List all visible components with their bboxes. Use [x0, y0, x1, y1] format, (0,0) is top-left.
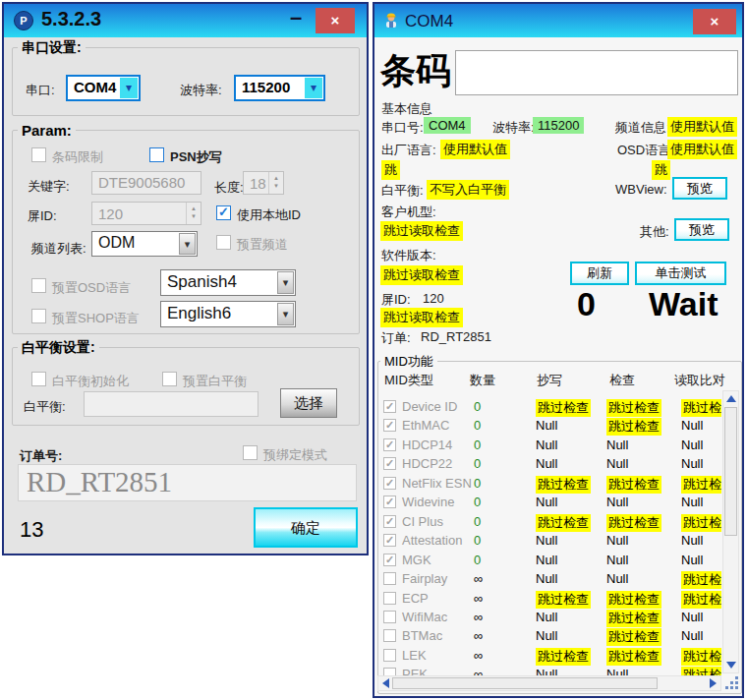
left-titlebar[interactable]: P 5.3.2.3 – × — [4, 4, 367, 37]
mid-row-checkbox[interactable] — [383, 457, 396, 470]
chevron-down-icon[interactable] — [277, 271, 294, 294]
channel-list-select[interactable]: ODM — [91, 231, 198, 257]
wb-label: 白平衡: — [381, 182, 424, 200]
mid-qty-value: 0 — [474, 456, 481, 471]
mid-row-checkbox[interactable] — [383, 419, 396, 432]
scroll-up-icon[interactable] — [726, 395, 736, 402]
spinner-arrows-icon[interactable] — [186, 203, 201, 224]
preset-shop-checkbox[interactable] — [31, 309, 46, 323]
close-icon: × — [711, 13, 719, 29]
preset-osd-checkbox[interactable] — [31, 278, 46, 293]
scroll-right-icon[interactable] — [710, 678, 717, 688]
baud-select[interactable]: 115200 — [234, 75, 325, 101]
close-button[interactable]: × — [693, 9, 736, 34]
vertical-scrollbar[interactable] — [722, 390, 739, 673]
mid-type-label: ECP — [402, 591, 429, 606]
screen-id-label: 屏ID: — [28, 207, 57, 225]
scroll-down-icon[interactable] — [726, 662, 736, 669]
mid-row-checkbox[interactable] — [383, 438, 396, 451]
preset-wb-checkbox[interactable] — [162, 372, 177, 386]
mid-row-checkbox[interactable] — [383, 592, 396, 605]
keyword-label: 关键字: — [28, 178, 70, 196]
mid-type-label: BTMac — [402, 628, 442, 643]
port-select[interactable]: COM4 — [66, 75, 141, 101]
mid-row-checkbox[interactable] — [383, 649, 396, 662]
channel-info-chip: 使用默认值 — [667, 117, 737, 137]
mid-check-value: 跳过检查 — [606, 418, 661, 436]
chevron-down-icon[interactable] — [120, 78, 138, 98]
wb-path-field[interactable] — [84, 391, 259, 417]
order-number-field[interactable]: RD_RT2851 — [18, 464, 357, 501]
mid-check-value: Null — [606, 438, 628, 452]
mid-row-checkbox[interactable] — [383, 400, 396, 413]
osd-language-select[interactable]: Spanish4 — [160, 269, 296, 296]
mid-row-checkbox[interactable] — [383, 572, 396, 585]
click-test-button[interactable]: 单击测试 — [635, 262, 726, 285]
mid-copy-value: Null — [536, 418, 557, 433]
mid-qty-value: ∞ — [474, 628, 483, 643]
horizontal-scrollbar-thumb[interactable] — [392, 677, 658, 689]
mid-row-checkbox[interactable] — [383, 477, 396, 490]
close-button[interactable]: × — [316, 8, 355, 33]
length-stepper[interactable]: 18 — [243, 171, 284, 195]
col-header-read-compare: 读取比对 — [674, 372, 725, 389]
prebind-mode-checkbox[interactable] — [243, 445, 258, 460]
mid-read-value: 跳过检查 — [681, 571, 721, 589]
right-titlebar[interactable]: COM4 × — [374, 4, 742, 37]
horizontal-scrollbar[interactable] — [377, 675, 721, 691]
client-model-label: 客户机型: — [381, 204, 436, 221]
screen-id-stepper[interactable]: 120 — [91, 202, 201, 225]
table-row: Device ID0跳过检查跳过检查跳过检查 — [383, 398, 721, 417]
select-button[interactable]: 选择 — [280, 388, 337, 418]
barcode-limit-checkbox[interactable] — [31, 147, 46, 162]
mid-read-value: 跳过检查 — [681, 514, 721, 532]
mid-read-value: 跳过检查 — [681, 648, 721, 666]
wb-value-chip: 不写入白平衡 — [427, 180, 509, 200]
mid-copy-value: Null — [536, 553, 557, 567]
mid-check-value: 跳过检查 — [606, 591, 661, 609]
refresh-button[interactable]: 刷新 — [570, 262, 629, 285]
col-header-check: 检查 — [609, 372, 635, 389]
table-row: CI Plus0跳过检查跳过检查跳过检查 — [383, 513, 721, 532]
counter-value: 13 — [20, 517, 43, 543]
chevron-down-icon[interactable] — [179, 233, 196, 255]
chevron-down-icon[interactable] — [277, 303, 294, 325]
use-local-id-checkbox[interactable] — [216, 205, 231, 220]
channel-info-label: 频道信息: — [615, 119, 670, 137]
other-preview-button[interactable]: 预览 — [674, 218, 729, 241]
mid-row-checkbox[interactable] — [383, 515, 396, 528]
mid-row-checkbox[interactable] — [383, 554, 396, 566]
wb-init-checkbox[interactable] — [31, 372, 46, 386]
mid-check-value: Null — [606, 533, 628, 548]
mid-group-title: MID功能 — [380, 353, 437, 371]
barcode-input[interactable] — [455, 50, 738, 95]
port-value-chip: COM4 — [424, 117, 471, 134]
scroll-left-icon[interactable] — [382, 678, 389, 688]
resize-grip[interactable] — [724, 675, 740, 691]
mid-check-value: 跳过检查 — [606, 514, 661, 532]
mid-check-value: 跳过检查 — [606, 610, 661, 627]
vertical-scrollbar-thumb[interactable] — [724, 407, 737, 536]
mid-copy-value: Null — [536, 438, 557, 452]
mid-row-checkbox[interactable] — [383, 496, 396, 508]
mid-type-label: HDCP14 — [402, 438, 452, 452]
mid-copy-value: Null — [536, 610, 557, 624]
preview-button-label: 预览 — [687, 181, 713, 196]
minimize-button[interactable]: – — [290, 5, 302, 30]
mid-row-checkbox[interactable] — [383, 629, 396, 642]
psn-copy-checkbox[interactable] — [149, 147, 164, 162]
shop-language-select[interactable]: English6 — [160, 301, 296, 327]
mid-row-checkbox[interactable] — [383, 534, 396, 547]
mid-qty-value: ∞ — [474, 610, 483, 624]
click-test-button-label: 单击测试 — [656, 265, 707, 280]
keyword-field[interactable]: DTE9005680 — [91, 171, 201, 195]
mid-row-checkbox[interactable] — [383, 611, 396, 623]
mid-check-value: Null — [606, 495, 628, 509]
spinner-arrows-icon[interactable] — [268, 172, 283, 194]
preset-channel-checkbox[interactable] — [216, 235, 231, 250]
ok-button[interactable]: 确定 — [254, 507, 358, 548]
wbview-preview-button[interactable]: 预览 — [672, 177, 727, 200]
chevron-down-icon[interactable] — [305, 78, 322, 98]
order-label: 订单: — [381, 329, 411, 347]
mid-read-value: Null — [681, 610, 703, 624]
